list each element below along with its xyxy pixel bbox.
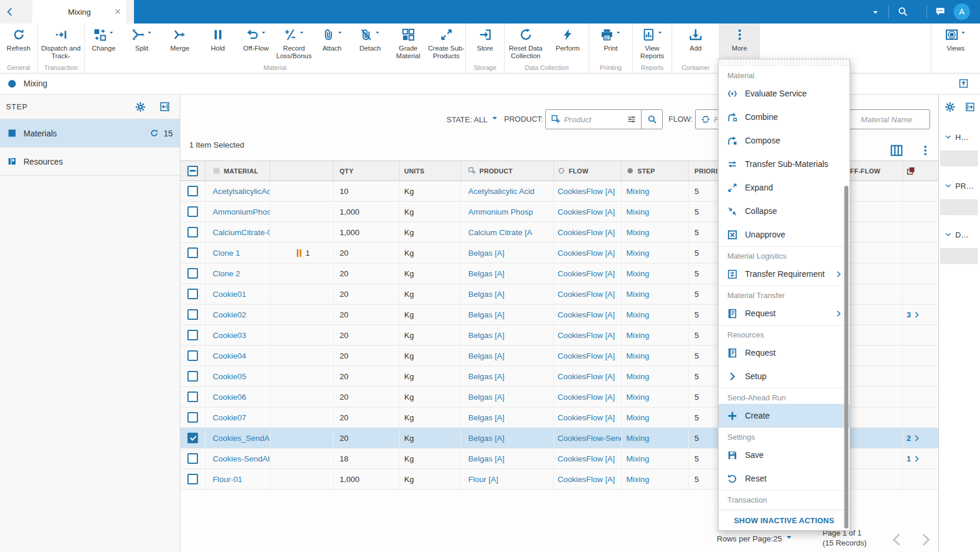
step-link[interactable]: Mixing	[626, 413, 649, 422]
panel-section[interactable]: PR…	[939, 180, 980, 215]
flow-link[interactable]: CookiesFlow [A]	[558, 475, 615, 484]
flow-link[interactable]: CookiesFlow [A]	[558, 352, 615, 360]
offflow-count-link[interactable]: 3	[907, 310, 921, 319]
flow-link[interactable]: CookiesFlow [A]	[558, 393, 615, 402]
row-checkbox[interactable]	[187, 371, 198, 382]
material-link[interactable]: AmmoniumPhosp	[213, 208, 270, 216]
chat-icon[interactable]	[935, 6, 945, 16]
sliders-icon[interactable]	[627, 115, 636, 124]
menu-item[interactable]: Expand	[719, 176, 850, 199]
expand-panel-icon[interactable]	[965, 102, 975, 112]
sidebar-item[interactable]: Resources	[0, 148, 180, 176]
row-checkbox[interactable]	[187, 309, 198, 320]
flow-link[interactable]: CookiesFlow [A]	[558, 372, 615, 381]
next-page-chevron[interactable]	[918, 532, 934, 547]
menu-item[interactable]: Combine	[719, 105, 850, 129]
sidebar-item[interactable]: Materials 15	[0, 119, 180, 148]
select-all-checkbox[interactable]	[187, 166, 198, 176]
row-checkbox[interactable]	[187, 412, 198, 423]
menu-item-create[interactable]: Create	[719, 404, 850, 427]
step-link[interactable]: Mixing	[626, 372, 649, 381]
step-link[interactable]: Mixing	[626, 352, 649, 360]
step-link[interactable]: Mixing	[626, 331, 649, 340]
search-icon[interactable]	[898, 6, 908, 16]
product-link[interactable]: Belgas [A]	[468, 393, 505, 402]
product-link[interactable]: Belgas [A]	[468, 249, 505, 257]
avatar[interactable]: A	[954, 4, 970, 20]
column-header-material[interactable]: MATERIAL	[206, 161, 270, 180]
material-link[interactable]: Cookie05	[213, 372, 246, 381]
material-link[interactable]: AcetylsalicylicAcid	[213, 187, 270, 196]
row-checkbox[interactable]	[187, 268, 198, 279]
step-link[interactable]: Mixing	[626, 187, 649, 196]
row-checkbox[interactable]	[187, 186, 198, 196]
row-checkbox[interactable]	[187, 289, 198, 299]
step-link[interactable]: Mixing	[626, 249, 649, 257]
flow-link[interactable]: CookiesFlow [A]	[558, 208, 615, 216]
tab-mixing[interactable]: Mixing	[32, 0, 126, 24]
product-link[interactable]: Ammonium Phosp	[468, 208, 533, 216]
step-link[interactable]: Mixing	[626, 310, 649, 319]
menu-item[interactable]: Save	[719, 443, 850, 467]
flow-link[interactable]: CookiesFlow-Send	[558, 434, 621, 443]
column-header-flow[interactable]: FLOW	[554, 161, 622, 180]
flow-link[interactable]: CookiesFlow [A]	[558, 413, 615, 422]
prev-page-chevron[interactable]	[889, 532, 904, 547]
product-link[interactable]: Belgas [A]	[468, 352, 505, 360]
tab-close-icon[interactable]	[114, 8, 122, 15]
open-top-icon[interactable]	[959, 79, 968, 88]
topbar-caret-down-icon[interactable]	[872, 9, 879, 16]
step-link[interactable]: Mixing	[626, 393, 649, 402]
step-link[interactable]: Mixing	[626, 454, 649, 463]
menu-item[interactable]: Reset	[719, 467, 850, 490]
offflow-count-link[interactable]: 2	[907, 434, 921, 443]
step-link[interactable]: Mixing	[626, 208, 649, 216]
gear-icon[interactable]	[945, 102, 955, 112]
show-inactive-actions-link[interactable]: SHOW INACTIVE ACTIONS	[719, 510, 850, 530]
product-link[interactable]: Flour [A]	[468, 475, 498, 484]
menu-item[interactable]: Unapprove	[719, 223, 850, 246]
views-button[interactable]: Views	[931, 24, 980, 73]
menu-item[interactable]: Transfer Sub-Materials	[719, 152, 850, 176]
row-checkbox[interactable]	[187, 330, 198, 340]
material-link[interactable]: Cookies_SendAhe	[213, 434, 270, 443]
menu-item[interactable]: Compose	[719, 129, 850, 152]
product-link[interactable]: Belgas [A]	[468, 269, 505, 278]
flow-link[interactable]: CookiesFlow [A]	[558, 249, 615, 257]
column-header-copy[interactable]	[903, 161, 938, 180]
column-header-indicator[interactable]	[270, 161, 334, 180]
flow-link[interactable]: CookiesFlow [A]	[558, 310, 615, 319]
material-link[interactable]: Cookie03	[213, 331, 246, 340]
menu-item[interactable]: Transfer Requirement	[719, 262, 850, 286]
material-link[interactable]: Cookie01	[213, 290, 246, 299]
product-link[interactable]: Acetylsalicylic Acid	[468, 187, 535, 196]
flow-link[interactable]: CookiesFlow [A]	[558, 269, 615, 278]
search-button[interactable]	[641, 110, 662, 129]
columns-icon[interactable]	[890, 144, 903, 157]
row-checkbox[interactable]	[187, 433, 198, 443]
collapse-panel-icon[interactable]	[160, 102, 170, 112]
flow-link[interactable]: CookiesFlow [A]	[558, 187, 615, 196]
material-link[interactable]: CalciumCitrate-01	[213, 228, 270, 237]
material-link[interactable]: Cookies-SendAhe.	[213, 454, 270, 463]
row-checkbox[interactable]	[187, 206, 198, 217]
product-link[interactable]: Belgas [A]	[468, 331, 505, 340]
step-link[interactable]: Mixing	[626, 475, 649, 484]
flow-link[interactable]: CookiesFlow [A]	[558, 454, 615, 463]
material-link[interactable]: Clone 1	[213, 249, 240, 257]
step-link[interactable]: Mixing	[626, 290, 649, 299]
material-link[interactable]: Cookie02	[213, 310, 246, 319]
panel-section[interactable]: H…	[939, 131, 980, 166]
product-link[interactable]: Belgas [A]	[468, 454, 505, 463]
flow-link[interactable]: CookiesFlow [A]	[558, 290, 615, 299]
menu-item[interactable]: Collapse	[719, 199, 850, 223]
menu-item[interactable]: Setup	[719, 364, 850, 388]
column-header-qty[interactable]: QTY	[334, 161, 400, 180]
menu-item[interactable]: Evaluate Service	[719, 82, 850, 105]
gear-icon[interactable]	[135, 102, 146, 112]
kebab-menu-icon[interactable]	[919, 145, 931, 156]
product-link[interactable]: Belgas [A]	[468, 413, 505, 422]
row-checkbox[interactable]	[187, 247, 198, 258]
offflow-count-link[interactable]: 1	[907, 454, 921, 463]
row-checkbox[interactable]	[187, 350, 198, 361]
